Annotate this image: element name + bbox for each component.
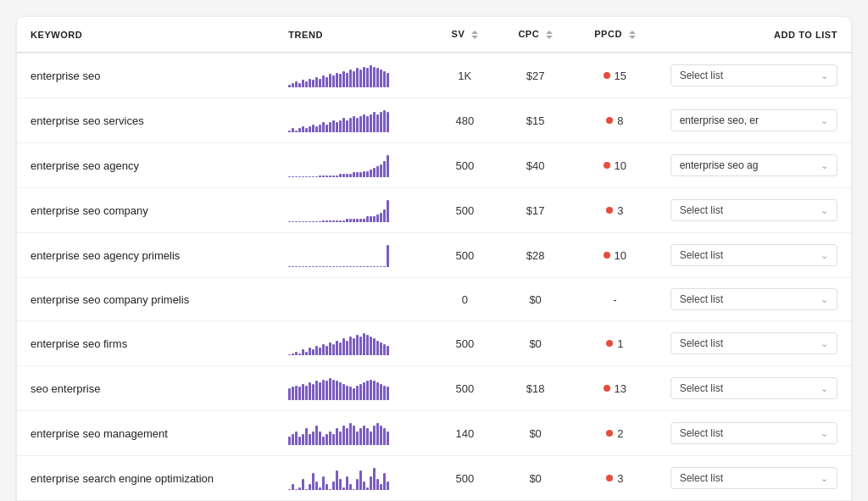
- trend-bar: [312, 384, 314, 400]
- col-ppcd[interactable]: PPCD: [573, 17, 657, 53]
- sv-sort-icon: [471, 30, 478, 40]
- trend-bar: [288, 354, 291, 355]
- trend-bar: [370, 65, 372, 87]
- trend-bar: [312, 221, 314, 222]
- trend-bar: [376, 166, 379, 177]
- trend-bar: [349, 387, 352, 400]
- select-list-text: Select list: [680, 204, 723, 216]
- sv-cell: 140: [431, 411, 498, 456]
- trend-bar: [380, 112, 382, 132]
- trend-bar: [326, 266, 328, 267]
- trend-bar: [326, 434, 328, 445]
- select-list-dropdown[interactable]: Select list ⌄: [670, 199, 837, 221]
- chevron-down-icon: ⌄: [821, 250, 828, 261]
- select-list-dropdown[interactable]: Select list ⌄: [670, 332, 837, 354]
- trend-bar: [370, 380, 372, 400]
- ppcd-value: -: [587, 293, 643, 306]
- ppcd-number: -: [613, 293, 616, 306]
- trend-bar: [356, 479, 359, 490]
- select-list-dropdown[interactable]: enterprise seo ag ⌄: [670, 154, 837, 176]
- table-row: enterprise seo1K$2715 Select list ⌄: [17, 53, 851, 98]
- keyword-cell: seo enterprise: [17, 366, 275, 411]
- trend-bar: [342, 384, 345, 400]
- select-list-text: enterprise seo ag: [680, 159, 759, 171]
- ppcd-dot: [604, 385, 610, 392]
- trend-bar: [292, 128, 294, 132]
- select-list-dropdown[interactable]: Select list ⌄: [670, 288, 837, 310]
- trend-bar: [356, 431, 359, 445]
- trend-bar: [305, 176, 308, 177]
- trend-bar: [366, 335, 369, 355]
- trend-bar: [326, 484, 328, 490]
- trend-bar: [342, 338, 345, 355]
- trend-bar: [342, 487, 345, 490]
- trend-bar: [302, 479, 304, 490]
- cpc-cell: $17: [498, 188, 573, 233]
- trend-bar: [315, 482, 318, 490]
- trend-bar: [346, 428, 348, 445]
- trend-bar: [315, 266, 318, 267]
- ppcd-dot: [604, 72, 610, 79]
- select-list-dropdown[interactable]: enterprise seo, er ⌄: [670, 109, 837, 131]
- trend-bar: [326, 220, 328, 222]
- trend-bar: [349, 337, 352, 355]
- col-cpc[interactable]: CPC: [498, 17, 573, 53]
- trend-bar: [376, 266, 379, 267]
- table-row: enterprise seo agency500$4010 enterprise…: [17, 143, 851, 188]
- trend-bar: [298, 176, 301, 177]
- trend-bar: [359, 266, 362, 267]
- trend-bar: [373, 67, 376, 87]
- trend-sparkline: [288, 64, 418, 87]
- trend-cell: [275, 98, 431, 143]
- select-list-text: Select list: [680, 472, 723, 484]
- trend-bar: [336, 266, 338, 267]
- sv-cell: 500: [431, 456, 498, 501]
- cpc-cell: $27: [498, 53, 573, 98]
- trend-bar: [309, 266, 311, 267]
- sv-cell: 500: [431, 366, 498, 411]
- trend-bar: [349, 70, 352, 87]
- trend-bar: [346, 219, 348, 222]
- select-list-dropdown[interactable]: Select list ⌄: [670, 244, 837, 266]
- trend-bar: [292, 387, 294, 400]
- trend-bar: [373, 426, 376, 445]
- trend-bar: [312, 431, 314, 445]
- trend-bar: [356, 266, 359, 267]
- addtolist-cell: Select list ⌄: [657, 411, 851, 456]
- trend-bar: [346, 73, 348, 87]
- trend-bar: [288, 85, 291, 87]
- ppcd-cell: 8: [573, 98, 657, 143]
- trend-bar: [336, 73, 338, 87]
- trend-bar: [373, 338, 376, 355]
- trend-bar: [387, 155, 389, 177]
- select-list-dropdown[interactable]: Select list ⌄: [670, 467, 837, 489]
- trend-bar: [366, 68, 369, 87]
- select-list-dropdown[interactable]: Select list ⌄: [670, 422, 837, 444]
- select-list-dropdown[interactable]: Select list ⌄: [670, 377, 837, 399]
- addtolist-cell: Select list ⌄: [657, 366, 851, 411]
- trend-bar: [373, 112, 376, 132]
- trend-bar: [309, 434, 311, 445]
- trend-bar: [387, 245, 389, 267]
- trend-bar: [322, 344, 325, 355]
- trend-bar: [332, 75, 335, 87]
- trend-bar: [363, 67, 365, 87]
- col-sv[interactable]: SV: [431, 17, 498, 53]
- trend-bar: [288, 388, 291, 400]
- col-trend: TREND: [275, 17, 431, 53]
- trend-bar: [329, 74, 331, 87]
- addtolist-cell: Select list ⌄: [657, 321, 851, 366]
- ppcd-cell: -: [573, 278, 657, 321]
- trend-bar: [305, 128, 308, 132]
- table-row: enterprise seo company500$173 Select lis…: [17, 188, 851, 233]
- trend-bar: [387, 73, 389, 87]
- ppcd-value: 10: [587, 159, 643, 172]
- trend-bar: [363, 382, 365, 400]
- select-list-dropdown[interactable]: Select list ⌄: [670, 64, 837, 86]
- trend-bar: [387, 431, 389, 445]
- trend-bar: [292, 266, 294, 267]
- trend-bar: [359, 219, 362, 222]
- trend-bar: [336, 122, 338, 132]
- ppcd-value: 1: [587, 337, 643, 350]
- table-row: seo enterprise500$1813 Select list ⌄: [17, 366, 851, 411]
